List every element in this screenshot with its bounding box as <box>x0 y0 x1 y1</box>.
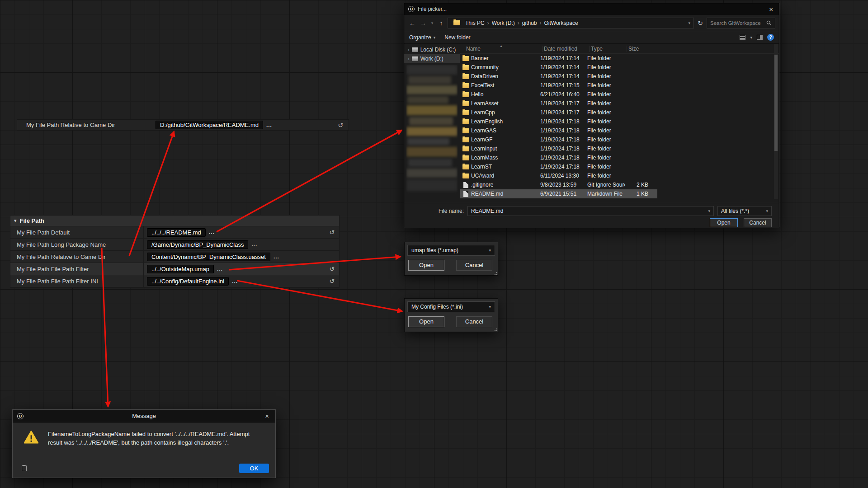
file-row[interactable]: LearnMass 1/19/2024 17:18 File folder <box>460 153 657 162</box>
organize-menu[interactable]: Organize ▾ <box>409 34 435 41</box>
tree-expander-icon[interactable]: › <box>408 56 410 61</box>
file-path-value-box[interactable]: ../../../README.md <box>147 228 206 237</box>
revert-icon[interactable]: ↺ <box>329 229 335 235</box>
revert-icon[interactable]: ↺ <box>338 122 343 128</box>
cancel-button[interactable]: Cancel <box>744 218 772 227</box>
file-path-value-box[interactable]: ../../Config/DefaultEngine.ini <box>147 277 229 286</box>
file-row[interactable]: ExcelTest 1/19/2024 17:15 File folder <box>460 81 657 90</box>
breadcrumb-item[interactable]: GitWorkspace › <box>544 20 578 26</box>
history-dropdown-icon[interactable]: ▾ <box>429 21 435 25</box>
close-icon[interactable]: × <box>263 412 271 420</box>
file-row[interactable]: .gitignore 9/8/2023 13:59 Git Ignore Sou… <box>460 180 657 189</box>
file-path-value-box[interactable]: /Game/Dynamic/BP_DynamicClass <box>147 240 248 249</box>
umap-filter-dialog: umap files (*.umap) ▾ Open Cancel <box>404 242 498 276</box>
close-icon[interactable]: × <box>767 5 775 13</box>
tree-expander-icon[interactable]: › <box>408 47 410 52</box>
file-type-icon <box>462 65 469 70</box>
cancel-button[interactable]: Cancel <box>456 260 492 271</box>
column-header-name[interactable]: ▴ Name <box>460 46 542 52</box>
file-name-field[interactable] <box>471 208 708 214</box>
column-headers: ▴ Name Date modified Type Size <box>460 44 779 54</box>
breadcrumb-item[interactable]: github › <box>522 20 542 26</box>
browse-ellipsis-button[interactable]: ... <box>232 278 238 284</box>
address-bar[interactable]: This PC › Work (D:) › github › <box>448 18 694 28</box>
resize-grip[interactable] <box>493 271 497 275</box>
scrollbar-thumb[interactable] <box>774 55 778 151</box>
property-label: My File Path Default <box>10 229 143 236</box>
breadcrumb-item[interactable]: Work (D:) › <box>492 20 519 26</box>
column-header-size[interactable]: Size <box>627 46 657 52</box>
chevron-down-icon[interactable]: ▾ <box>708 209 711 213</box>
copy-to-clipboard-icon[interactable] <box>22 465 27 471</box>
browse-ellipsis-button[interactable]: ... <box>209 229 215 235</box>
property-rows: My File Path Default ../../../README.md … <box>10 226 339 287</box>
file-row[interactable]: LearnGF 1/19/2024 17:18 File folder <box>460 135 657 144</box>
revert-icon[interactable]: ↺ <box>329 278 335 284</box>
file-row[interactable]: README.md 6/9/2021 15:51 Markdown File 1… <box>460 189 657 198</box>
file-row[interactable]: LearnInput 1/19/2024 17:18 File folder <box>460 144 657 153</box>
browse-ellipsis-button[interactable]: ... <box>266 122 272 128</box>
preview-pane-icon[interactable] <box>757 35 763 40</box>
file-path-value-box[interactable]: D:/github/GitWorkspace/README.md <box>156 121 263 129</box>
change-view-icon[interactable] <box>740 35 745 40</box>
column-header-type[interactable]: Type <box>589 46 627 52</box>
refresh-button[interactable]: ↻ <box>696 19 705 27</box>
file-type-filter-select[interactable]: My Config Files (*.ini) ▾ <box>407 301 495 312</box>
new-folder-button[interactable]: New folder <box>444 34 470 41</box>
view-dropdown-icon[interactable]: ▾ <box>750 35 752 40</box>
message-dialog: U Message × FilenameToLongPackageName fa… <box>12 409 276 478</box>
file-name: LearnST <box>471 164 540 170</box>
up-button[interactable]: ↑ <box>437 19 446 27</box>
file-row[interactable]: LearnEnglish 1/19/2024 17:18 File folder <box>460 117 657 126</box>
file-type-icon <box>462 137 469 142</box>
title-bar[interactable]: U Message × <box>13 410 275 422</box>
revert-icon[interactable]: ↺ <box>329 266 335 272</box>
column-header-date-modified[interactable]: Date modified <box>542 46 589 52</box>
file-date-modified: 1/19/2024 17:18 <box>540 155 587 161</box>
file-row[interactable]: LearnCpp 1/19/2024 17:17 File folder <box>460 108 657 117</box>
address-dropdown-icon[interactable]: ▾ <box>688 21 690 25</box>
tree-item-local-disk-c[interactable]: › Local Disk (C:) <box>404 45 460 54</box>
open-button[interactable]: Open <box>408 260 444 271</box>
drive-icon <box>412 56 418 61</box>
ok-button[interactable]: OK <box>239 464 269 473</box>
file-row[interactable]: UCAward 6/11/2024 13:30 File folder <box>460 171 657 180</box>
file-type-icon <box>462 155 469 160</box>
open-button[interactable]: Open <box>408 316 444 327</box>
file-path-value-box[interactable]: ../../OutsideMap.umap <box>147 265 214 273</box>
help-icon[interactable]: ? <box>767 34 774 41</box>
cancel-button[interactable]: Cancel <box>456 316 492 327</box>
file-type: File folder <box>587 73 625 80</box>
forward-button[interactable]: → <box>419 19 428 27</box>
browse-ellipsis-button[interactable]: ... <box>251 241 257 248</box>
file-date-modified: 1/19/2024 17:18 <box>540 127 587 134</box>
file-row[interactable]: Community 1/19/2024 17:14 File folder <box>460 63 657 72</box>
vertical-scrollbar[interactable] <box>774 44 778 199</box>
file-row[interactable]: DataDriven 1/19/2024 17:14 File folder <box>460 72 657 81</box>
file-row[interactable]: Banner 1/19/2024 17:14 File folder <box>460 54 657 63</box>
file-path-value-box[interactable]: Content/Dynamic/BP_DynamicClass.uasset <box>147 253 270 261</box>
file-row[interactable]: Hello 6/21/2024 16:40 File folder <box>460 90 657 99</box>
category-header-file-path[interactable]: ▾ File Path <box>10 216 339 226</box>
file-row[interactable]: LearnAsset 1/19/2024 17:17 File folder <box>460 99 657 108</box>
browse-ellipsis-button[interactable]: ... <box>217 266 223 272</box>
file-row[interactable]: LearnGAS 1/19/2024 17:18 File folder <box>460 126 657 135</box>
browse-ellipsis-button[interactable]: ... <box>274 253 279 260</box>
chevron-down-icon[interactable]: ▾ <box>14 218 17 224</box>
file-date-modified: 1/19/2024 17:18 <box>540 164 587 170</box>
open-button[interactable]: Open <box>710 218 738 227</box>
window-title: File picker... <box>418 6 447 12</box>
ini-filter-dialog: My Config Files (*.ini) ▾ Open Cancel <box>404 298 498 332</box>
file-date-modified: 1/19/2024 17:14 <box>540 73 587 80</box>
back-button[interactable]: ← <box>408 19 417 27</box>
title-bar[interactable]: U File picker... × <box>404 3 779 15</box>
resize-grip[interactable] <box>493 327 497 331</box>
breadcrumb-item[interactable]: This PC › <box>465 20 489 26</box>
file-name-input[interactable]: ▾ <box>467 206 714 216</box>
search-box[interactable]: Search GitWorkspace <box>707 18 775 28</box>
tree-item-work-d[interactable]: › Work (D:) <box>404 54 460 63</box>
file-row[interactable]: LearnST 1/19/2024 17:18 File folder <box>460 162 657 171</box>
file-type-select[interactable]: All files (*.*) ▾ <box>717 206 772 216</box>
file-type-filter-select[interactable]: umap files (*.umap) ▾ <box>407 245 495 256</box>
file-date-modified: 1/19/2024 17:18 <box>540 145 587 152</box>
